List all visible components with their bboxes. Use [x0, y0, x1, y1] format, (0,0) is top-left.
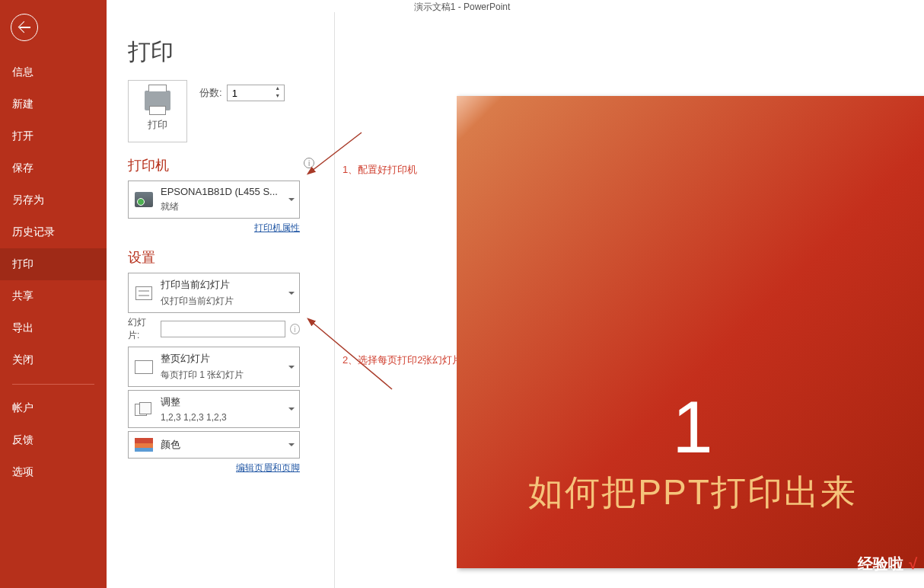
annotation-text-2: 2、选择每页打印2张幻灯片 — [343, 353, 462, 367]
copies-input[interactable] — [228, 88, 272, 99]
copies-spinner[interactable]: ▲ ▼ — [227, 85, 285, 101]
print-preview: 1 如何把PPT打印出来 — [457, 12, 924, 588]
chevron-down-icon — [288, 198, 295, 201]
print-settings-pane: 打印 打印 份数: ▲ ▼ 打印机 i — [107, 12, 335, 588]
layout-title: 整页幻灯片 — [161, 352, 244, 366]
page-title: 打印 — [128, 37, 334, 68]
scope-sub: 仅打印当前幻灯片 — [161, 295, 234, 308]
print-button[interactable]: 打印 — [128, 80, 187, 142]
slides-input-row: 幻灯片: i — [128, 316, 300, 342]
sidebar-item-close[interactable]: 关闭 — [0, 344, 107, 376]
printer-device-icon — [135, 192, 153, 207]
collate-dropdown[interactable]: 调整 1,2,3 1,2,3 1,2,3 — [128, 390, 300, 428]
color-dropdown[interactable]: 颜色 — [128, 431, 300, 459]
sidebar-item-share[interactable]: 共享 — [0, 280, 107, 312]
collate-icon — [135, 402, 153, 416]
printer-name: EPSONA1B81D (L455 S... — [161, 186, 278, 197]
sidebar-divider — [12, 384, 94, 385]
scope-title: 打印当前幻灯片 — [161, 278, 234, 292]
sidebar-item-account[interactable]: 帐户 — [0, 392, 107, 424]
info-icon[interactable]: i — [290, 324, 300, 334]
sidebar-item-open[interactable]: 打开 — [0, 120, 107, 152]
annotation-text-1: 1、配置好打印机 — [343, 163, 417, 177]
color-title: 颜色 — [161, 438, 180, 452]
chevron-down-icon — [288, 443, 295, 446]
preview-slide: 1 如何把PPT打印出来 — [457, 96, 924, 568]
edit-header-footer-link[interactable]: 编辑页眉和页脚 — [128, 462, 300, 475]
color-icon — [135, 438, 153, 452]
back-button[interactable] — [11, 14, 38, 41]
slide-title: 如何把PPT打印出来 — [528, 469, 856, 516]
settings-heading: 设置 — [128, 248, 334, 267]
chevron-down-icon — [288, 366, 295, 369]
sidebar-item-saveas[interactable]: 另存为 — [0, 184, 107, 216]
printer-icon — [145, 91, 170, 110]
page-icon — [135, 286, 152, 300]
sidebar-item-new[interactable]: 新建 — [0, 88, 107, 120]
copies-label: 份数: — [199, 86, 222, 100]
chevron-down-icon — [288, 407, 295, 411]
slides-input[interactable] — [161, 321, 285, 337]
slide-number: 1 — [672, 385, 712, 469]
sidebar-item-history[interactable]: 历史记录 — [0, 216, 107, 248]
layout-dropdown[interactable]: 整页幻灯片 每页打印 1 张幻灯片 — [128, 347, 300, 387]
backstage-sidebar: 信息 新建 打开 保存 另存为 历史记录 打印 共享 导出 关闭 帐户 反馈 选… — [0, 0, 107, 588]
info-icon[interactable]: i — [304, 158, 314, 168]
copies-down-button[interactable]: ▼ — [272, 93, 284, 101]
content-area: 打印 打印 份数: ▲ ▼ 打印机 i — [107, 12, 924, 588]
sidebar-item-save[interactable]: 保存 — [0, 152, 107, 184]
sidebar-item-export[interactable]: 导出 — [0, 312, 107, 344]
print-button-label: 打印 — [148, 118, 167, 132]
collate-sub: 1,2,3 1,2,3 1,2,3 — [161, 412, 227, 423]
printer-status: 就绪 — [161, 200, 278, 213]
middle-area: 1、配置好打印机 2、选择每页打印2张幻灯片 — [335, 12, 457, 588]
title-bar: 演示文稿1 - PowerPoint — [0, 0, 924, 12]
sidebar-item-feedback[interactable]: 反馈 — [0, 424, 107, 456]
chevron-down-icon — [288, 292, 295, 295]
printer-properties-link[interactable]: 打印机属性 — [128, 222, 300, 235]
printer-heading: 打印机 i — [128, 156, 334, 174]
copies-up-button[interactable]: ▲ — [272, 85, 284, 93]
collate-title: 调整 — [161, 395, 227, 409]
full-page-icon — [135, 360, 153, 374]
sidebar-item-options[interactable]: 选项 — [0, 456, 107, 488]
printer-dropdown[interactable]: EPSONA1B81D (L455 S... 就绪 — [128, 181, 300, 219]
sidebar-item-info[interactable]: 信息 — [0, 56, 107, 88]
layout-sub: 每页打印 1 张幻灯片 — [161, 369, 244, 382]
print-scope-dropdown[interactable]: 打印当前幻灯片 仅打印当前幻灯片 — [128, 273, 300, 313]
slides-label: 幻灯片: — [128, 316, 156, 342]
sidebar-item-print[interactable]: 打印 — [0, 248, 107, 280]
